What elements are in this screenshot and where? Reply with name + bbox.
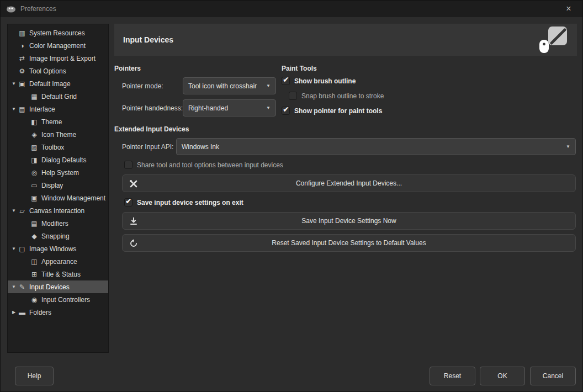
pointer-handedness-label: Pointer handedness: xyxy=(122,104,183,112)
paint-option-snap-brush-outline-to-stroke[interactable]: Snap brush outline to stroke xyxy=(282,92,384,100)
sidebar-item-label: Input Devices xyxy=(29,283,70,291)
color-management-icon: ◑ xyxy=(18,42,26,50)
sidebar-item-default-grid[interactable]: ▦Default Grid xyxy=(8,90,108,103)
sidebar-item-label: Display xyxy=(41,182,63,189)
paint-option-show-pointer-for-paint-tools[interactable]: ✔Show pointer for paint tools xyxy=(282,107,384,115)
modifiers-icon: ▤ xyxy=(30,220,39,227)
sidebar-item-input-controllers[interactable]: ◉Input Controllers xyxy=(8,293,108,306)
sidebar-item-label: System Resources xyxy=(29,29,85,37)
share-tool-options-checkbox-row[interactable]: Share tool and tool options between inpu… xyxy=(124,161,283,169)
sidebar-item-label: Input Controllers xyxy=(41,296,90,304)
pointer-input-api-dropdown[interactable]: Windows Ink ▼ xyxy=(176,138,576,155)
reset-button[interactable]: Reset xyxy=(430,367,475,385)
main-header: Input Devices xyxy=(114,24,577,56)
reset-saved-input-device-settings-button[interactable]: Reset Saved Input Device Settings to Def… xyxy=(122,234,576,252)
checkbox-checked-icon[interactable]: ✔ xyxy=(282,107,290,115)
page-title: Input Devices xyxy=(123,35,173,44)
check-mark-icon: ✔ xyxy=(283,105,289,114)
tool-options-icon: ⚙ xyxy=(18,67,26,75)
help-system-icon: ◎ xyxy=(30,169,39,177)
default-image-icon: ▣ xyxy=(18,80,26,88)
checkbox-label: Save input device settings on exit xyxy=(137,199,243,206)
sidebar-item-label: Default Image xyxy=(29,80,71,88)
button-label: Save Input Device Settings Now xyxy=(123,213,575,229)
cancel-button[interactable]: Cancel xyxy=(530,367,576,385)
chevron-down-icon[interactable]: ▼ xyxy=(10,246,18,251)
help-button[interactable]: Help xyxy=(15,367,54,385)
sidebar-item-interface[interactable]: ▼▤Interface xyxy=(8,103,108,115)
chevron-down-icon[interactable]: ▼ xyxy=(10,107,18,112)
sidebar-item-theme[interactable]: ◧Theme xyxy=(8,115,108,128)
sidebar-item-color-management[interactable]: ◑Color Management xyxy=(8,39,108,52)
chevron-down-icon: ▼ xyxy=(261,83,271,88)
sidebar-item-appearance[interactable]: ◫Appearance xyxy=(8,255,108,268)
window-title: Preferences xyxy=(20,5,56,13)
sidebar-item-toolbox[interactable]: ▨Toolbox xyxy=(8,141,108,153)
title-status-icon: ⊞ xyxy=(30,271,39,278)
sidebar-item-image-import-export[interactable]: ⇄Image Import & Export xyxy=(8,52,108,65)
sidebar-item-label: Snapping xyxy=(41,232,70,240)
chevron-down-icon[interactable]: ▼ xyxy=(10,284,18,289)
paint-option-show-brush-outline[interactable]: ✔Show brush outline xyxy=(282,77,384,85)
sidebar-item-modifiers[interactable]: ▤Modifiers xyxy=(8,217,108,230)
sidebar-item-input-devices[interactable]: ▼✎Input Devices xyxy=(8,280,108,293)
sidebar-item-default-image[interactable]: ▼▣Default Image xyxy=(8,77,108,90)
sidebar-item-title-status[interactable]: ⊞Title & Status xyxy=(8,268,108,280)
checkbox-unchecked-icon[interactable] xyxy=(289,92,297,100)
sidebar-item-label: Canvas Interaction xyxy=(29,207,84,215)
checkbox-checked-icon[interactable]: ✔ xyxy=(282,77,290,85)
sidebar-item-icon-theme[interactable]: ◈Icon Theme xyxy=(8,128,108,141)
sidebar-item-label: Icon Theme xyxy=(41,131,76,139)
sidebar-item-label: Appearance xyxy=(41,258,77,266)
image-import-export-icon: ⇄ xyxy=(18,55,26,62)
checkbox-label: Show brush outline xyxy=(294,77,356,85)
checkbox-checked-icon[interactable]: ✔ xyxy=(124,198,132,206)
display-icon: ▭ xyxy=(30,182,39,189)
pointers-section-title: Pointers xyxy=(114,65,141,72)
save-input-device-settings-button[interactable]: Save Input Device Settings Now xyxy=(122,212,576,230)
sidebar-item-label: Image Import & Export xyxy=(29,55,96,62)
sidebar-item-label: Modifiers xyxy=(41,220,68,227)
configure-extended-input-devices-button[interactable]: Configure Extended Input Devices... xyxy=(122,174,576,192)
sidebar-item-label: Image Windows xyxy=(29,245,76,253)
sidebar-item-label: Theme xyxy=(41,118,62,126)
sidebar-item-canvas-interaction[interactable]: ▼▱Canvas Interaction xyxy=(8,204,108,217)
paint-tools-options: ✔Show brush outlineSnap brush outline to… xyxy=(282,77,384,121)
input-devices-icon: ✎ xyxy=(18,283,26,291)
pointer-input-api-value: Windows Ink xyxy=(182,143,219,151)
sidebar-item-help-system[interactable]: ◎Help System xyxy=(8,166,108,179)
chevron-down-icon[interactable]: ▼ xyxy=(10,208,18,213)
system-resources-icon: ▥ xyxy=(18,29,26,37)
pointer-mode-dropdown[interactable]: Tool icon with crosshair ▼ xyxy=(183,77,276,94)
sidebar-item-label: Title & Status xyxy=(41,271,81,278)
chevron-down-icon: ▼ xyxy=(560,144,570,149)
sidebar-item-label: Dialog Defaults xyxy=(41,156,86,164)
button-label: Configure Extended Input Devices... xyxy=(123,175,575,192)
sidebar-item-tool-options[interactable]: ⚙Tool Options xyxy=(8,65,108,77)
sidebar-item-system-resources[interactable]: ▥System Resources xyxy=(8,27,108,39)
ok-button[interactable]: OK xyxy=(480,367,525,385)
input-devices-header-icon xyxy=(537,25,568,54)
canvas-interaction-icon: ▱ xyxy=(18,207,26,215)
button-label: Reset Saved Input Device Settings to Def… xyxy=(123,235,575,251)
pointer-handedness-dropdown[interactable]: Right-handed ▼ xyxy=(183,99,276,116)
sidebar-item-folders[interactable]: ▶▬Folders xyxy=(8,306,108,319)
sidebar-item-snapping[interactable]: ◆Snapping xyxy=(8,230,108,242)
default-grid-icon: ▦ xyxy=(30,93,39,100)
sidebar-item-image-windows[interactable]: ▼▢Image Windows xyxy=(8,242,108,255)
chevron-down-icon[interactable]: ▼ xyxy=(10,81,18,86)
save-settings-on-exit-checkbox-row[interactable]: ✔ Save input device settings on exit xyxy=(124,198,243,206)
sidebar-item-label: Folders xyxy=(29,309,51,316)
sidebar-item-display[interactable]: ▭Display xyxy=(8,179,108,192)
checkbox-unchecked-icon[interactable] xyxy=(124,161,132,169)
pointer-handedness-value: Right-handed xyxy=(188,104,228,112)
sidebar-item-label: Interface xyxy=(29,105,55,113)
chevron-right-icon[interactable]: ▶ xyxy=(10,310,18,315)
checkbox-label: Snap brush outline to stroke xyxy=(301,92,384,100)
sidebar-item-dialog-defaults[interactable]: ◨Dialog Defaults xyxy=(8,153,108,166)
sidebar-item-label: Default Grid xyxy=(41,93,77,100)
sidebar-item-window-management[interactable]: ▣Window Management xyxy=(8,192,108,204)
sidebar-item-label: Tool Options xyxy=(29,67,66,75)
sidebar-item-label: Toolbox xyxy=(41,144,64,151)
close-button[interactable]: × xyxy=(560,1,577,17)
